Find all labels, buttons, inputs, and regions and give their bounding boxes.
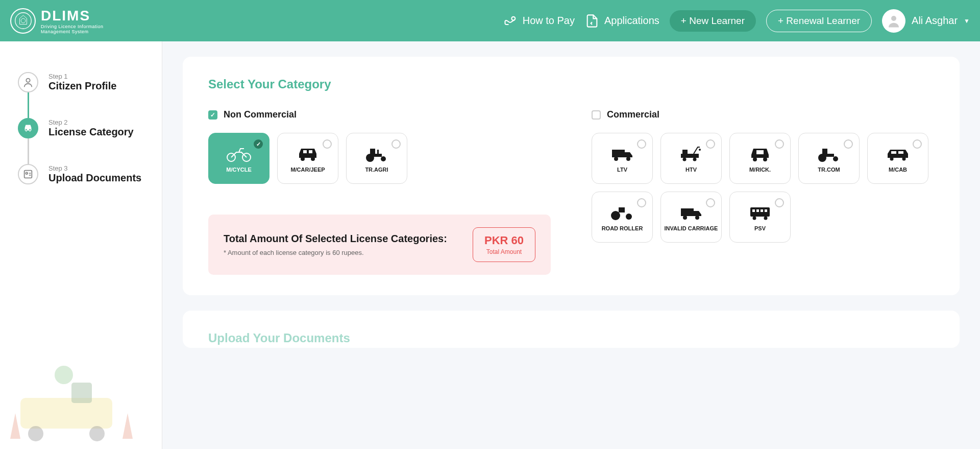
- step-line: [28, 138, 29, 164]
- user-icon: [22, 77, 34, 88]
- radio-icon: [775, 198, 784, 207]
- vehicle-label: PSV: [754, 225, 766, 231]
- checkbox-unchecked-icon: [592, 110, 601, 120]
- truck-icon: [609, 145, 635, 162]
- commercial-grid: LTV: [592, 133, 934, 243]
- non-commercial-checkbox[interactable]: Non Commercial: [208, 109, 551, 120]
- car-icon: [22, 123, 34, 134]
- vehicle-label: TR.COM: [818, 167, 840, 173]
- step-2-circle: [18, 118, 38, 138]
- document-upload-icon: [22, 169, 34, 180]
- svg-rect-29: [682, 150, 688, 154]
- tractor-commercial-icon: [816, 145, 842, 162]
- nav-applications-label: Applications: [604, 15, 659, 27]
- vehicle-label: ROAD ROLLER: [602, 225, 643, 231]
- step-2-title: License Category: [48, 126, 134, 138]
- vehicle-label: M/CAB: [889, 167, 907, 173]
- svg-point-38: [890, 157, 894, 160]
- radio-icon: [254, 139, 263, 149]
- user-name: Ali Asghar: [912, 15, 958, 27]
- svg-rect-54: [765, 209, 767, 212]
- svg-point-23: [381, 156, 386, 161]
- renewal-learner-button[interactable]: + Renewal Learner: [766, 10, 872, 32]
- category-card: Select Your Category Non Commercial: [183, 57, 960, 295]
- svg-point-11: [89, 426, 105, 441]
- avatar: [882, 9, 905, 33]
- svg-marker-14: [122, 413, 133, 439]
- vehicle-label: M/RICK.: [749, 167, 771, 173]
- user-menu[interactable]: Ali Asghar ▼: [882, 9, 970, 33]
- commercial-label: Commercial: [607, 109, 659, 120]
- vehicle-mcycle[interactable]: M/CYCLE: [208, 133, 270, 184]
- car-icon: [295, 145, 321, 162]
- svg-point-19: [311, 157, 315, 161]
- vehicle-roadroller[interactable]: ROAD ROLLER: [592, 192, 653, 243]
- commercial-checkbox[interactable]: Commercial: [592, 109, 934, 120]
- svg-point-2: [511, 16, 515, 20]
- non-commercial-grid: M/CYCLE: [208, 133, 551, 184]
- svg-point-10: [28, 426, 43, 441]
- amount-box: Total Amount Of Selected License Categor…: [208, 215, 551, 275]
- svg-point-33: [753, 157, 757, 161]
- svg-point-34: [763, 157, 767, 161]
- upload-card: Upload Your Documents: [183, 311, 960, 348]
- radio-icon: [913, 139, 922, 149]
- svg-point-49: [753, 216, 756, 220]
- logo-title: DLIMS: [41, 8, 104, 24]
- svg-rect-40: [891, 151, 896, 154]
- logo-text: DLIMS Driving Licence Information Manage…: [41, 8, 104, 34]
- vehicle-mcarjeep[interactable]: M/CAR/JEEP: [277, 133, 338, 184]
- svg-point-27: [626, 157, 630, 161]
- vehicle-mrick[interactable]: M/RICK.: [729, 133, 791, 184]
- svg-point-43: [626, 214, 632, 220]
- amount-value: PKR 60: [484, 234, 524, 247]
- svg-marker-13: [10, 413, 20, 439]
- svg-point-3: [891, 16, 896, 21]
- radio-icon: [706, 198, 715, 207]
- radio-icon: [391, 139, 401, 149]
- vehicle-label: HTV: [685, 167, 697, 173]
- svg-point-39: [902, 157, 906, 160]
- vehicle-mcab[interactable]: M/CAB: [867, 133, 928, 184]
- roller-icon: [609, 203, 635, 221]
- nav-how-to-pay[interactable]: How to Pay: [503, 14, 575, 28]
- svg-point-26: [614, 157, 618, 161]
- vehicle-psv[interactable]: PSV: [729, 192, 791, 243]
- svg-point-5: [26, 129, 27, 130]
- svg-rect-41: [898, 151, 903, 154]
- vehicle-tragri[interactable]: TR.AGRI: [346, 133, 407, 184]
- svg-point-47: [695, 216, 699, 220]
- step-line: [28, 92, 29, 118]
- nav-how-to-pay-label: How to Pay: [523, 15, 575, 27]
- step-3-title: Upload Documents: [48, 172, 141, 184]
- vehicle-label: LTV: [617, 167, 627, 173]
- svg-point-4: [26, 79, 30, 82]
- nav-applications[interactable]: Applications: [585, 14, 659, 28]
- logo-subtitle-2: Management System: [41, 29, 104, 34]
- vehicle-ltv[interactable]: LTV: [592, 133, 653, 184]
- main-content: Select Your Category Non Commercial: [162, 41, 980, 449]
- chevron-down-icon: ▼: [964, 17, 970, 25]
- rickshaw-icon: [747, 145, 773, 162]
- vehicle-htv[interactable]: HTV: [660, 133, 722, 184]
- new-learner-button[interactable]: + New Learner: [670, 10, 756, 32]
- nav-section: How to Pay Applications + New Learner + …: [503, 9, 970, 33]
- logo-subtitle-1: Driving Licence Information: [41, 24, 104, 29]
- radio-icon: [637, 139, 646, 149]
- avatar-icon: [886, 13, 901, 29]
- radio-icon: [775, 139, 784, 149]
- step-3: Step 3 Upload Documents: [18, 164, 144, 184]
- amount-note: * Amount of each license category is 60 …: [224, 249, 473, 256]
- step-1-label: Step 1: [48, 73, 116, 80]
- upload-title: Upload Your Documents: [208, 331, 934, 345]
- truck-icon: [678, 203, 704, 221]
- cab-icon: [885, 145, 911, 162]
- vehicle-label: INVALID CARRIAGE: [665, 225, 718, 231]
- bus-icon: [747, 203, 773, 221]
- document-icon: [585, 14, 599, 28]
- non-commercial-group: Non Commercial: [208, 109, 551, 275]
- vehicle-label: TR.AGRI: [365, 167, 388, 173]
- vehicle-invalid-carriage[interactable]: INVALID CARRIAGE: [660, 192, 722, 243]
- radio-icon: [637, 198, 646, 207]
- vehicle-trcom[interactable]: TR.COM: [798, 133, 860, 184]
